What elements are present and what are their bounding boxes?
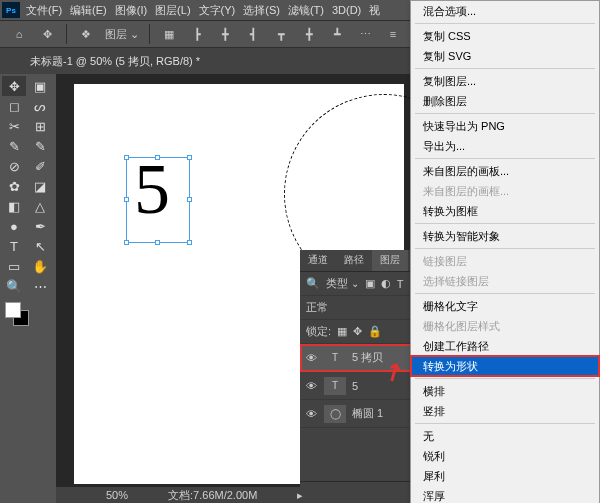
- visibility-icon[interactable]: 👁: [304, 408, 318, 420]
- fg-color-icon[interactable]: [5, 302, 21, 318]
- align-left-icon[interactable]: ┣: [188, 25, 206, 43]
- home-icon[interactable]: ⌂: [10, 25, 28, 43]
- menu-view[interactable]: 视: [369, 3, 380, 18]
- search-icon[interactable]: 🔍: [306, 277, 320, 290]
- options-layer-dropdown[interactable]: 图层 ⌄: [105, 27, 139, 42]
- zoom-tool-icon[interactable]: 🔍: [2, 276, 26, 296]
- align-top-icon[interactable]: ┳: [272, 25, 290, 43]
- filter-pixel-icon[interactable]: ▣: [365, 277, 375, 290]
- lock-label: 锁定:: [306, 324, 331, 339]
- crop-tool-icon[interactable]: ✂: [2, 116, 26, 136]
- lock-pixels-icon[interactable]: ▦: [337, 325, 347, 338]
- menu-file[interactable]: 文件(F): [26, 3, 62, 18]
- context-menu-item[interactable]: 栅格化文字: [411, 296, 599, 316]
- app-logo-icon: Ps: [2, 2, 20, 18]
- tab-layers[interactable]: 图层: [372, 250, 408, 271]
- menu-edit[interactable]: 编辑(E): [70, 3, 107, 18]
- pen-tool-icon[interactable]: ✒: [28, 216, 52, 236]
- brush-tool-icon[interactable]: ✎: [28, 136, 52, 156]
- menu-select[interactable]: 选择(S): [243, 3, 280, 18]
- context-menu-item[interactable]: 导出为...: [411, 136, 599, 156]
- color-swatch[interactable]: [5, 302, 29, 326]
- context-menu-item[interactable]: 快速导出为 PNG: [411, 116, 599, 136]
- menu-type[interactable]: 文字(Y): [199, 3, 236, 18]
- filter-type-icon[interactable]: T: [397, 278, 404, 290]
- brush2-tool-icon[interactable]: ✐: [28, 156, 52, 176]
- toolbox-col1: ✥ ◻ ✂ ✎ ⊘ ✿ ◧ ● T ▭ 🔍: [0, 74, 28, 487]
- lock-position-icon[interactable]: ✥: [353, 325, 362, 338]
- healing-tool-icon[interactable]: ⊘: [2, 156, 26, 176]
- context-menu-item[interactable]: 复制图层...: [411, 71, 599, 91]
- eyedropper-tool-icon[interactable]: ✎: [2, 136, 26, 156]
- dist-icon[interactable]: ≡: [384, 25, 402, 43]
- layer-name[interactable]: 5 拷贝: [352, 350, 383, 365]
- visibility-icon[interactable]: 👁: [304, 352, 318, 364]
- layer-thumb-type-icon: T: [324, 377, 346, 395]
- context-menu-item[interactable]: 复制 SVG: [411, 46, 599, 66]
- path-tool-icon[interactable]: ↖: [28, 236, 52, 256]
- clone-tool-icon[interactable]: ✿: [2, 176, 26, 196]
- context-menu-item[interactable]: 横排: [411, 381, 599, 401]
- marquee-tool-icon[interactable]: ◻: [2, 96, 26, 116]
- layer-thumb-shape-icon: ◯: [324, 405, 346, 423]
- tab-paths[interactable]: 路径: [336, 250, 372, 271]
- context-menu-item[interactable]: 无: [411, 426, 599, 446]
- move-tool-icon[interactable]: ✥: [2, 76, 26, 96]
- context-menu-item[interactable]: 转换为形状: [411, 356, 599, 376]
- more-icon[interactable]: ⋯: [356, 25, 374, 43]
- layer-filter-dropdown[interactable]: 类型 ⌄: [326, 276, 359, 291]
- dodge-tool-icon[interactable]: ●: [2, 216, 26, 236]
- context-menu-item[interactable]: 删除图层: [411, 91, 599, 111]
- type-tool-icon[interactable]: T: [2, 236, 26, 256]
- layer-name[interactable]: 椭圆 1: [352, 406, 383, 421]
- menu-layer[interactable]: 图层(L): [155, 3, 190, 18]
- zoom-level[interactable]: 50%: [106, 489, 128, 501]
- gradient-tool-icon[interactable]: ◧: [2, 196, 26, 216]
- context-menu-item[interactable]: 混合选项...: [411, 1, 599, 21]
- doc-size: 文档:7.66M/2.00M: [168, 488, 257, 503]
- menu-image[interactable]: 图像(I): [115, 3, 147, 18]
- text-layer-content: 5: [134, 153, 170, 225]
- grid-icon[interactable]: ▦: [160, 25, 178, 43]
- layer-context-menu: 混合选项...复制 CSS复制 SVG复制图层...删除图层快速导出为 PNG导…: [410, 0, 600, 503]
- tab-channels[interactable]: 通道: [300, 250, 336, 271]
- filter-adjust-icon[interactable]: ◐: [381, 277, 391, 290]
- toolbox-col2: ▣ ᔕ ⊞ ✎ ✐ ◪ △ ✒ ↖ ✋ ⋯: [28, 74, 56, 487]
- context-menu-item[interactable]: 转换为图框: [411, 201, 599, 221]
- lasso-tool-icon[interactable]: ᔕ: [28, 96, 52, 116]
- context-menu-item[interactable]: 竖排: [411, 401, 599, 421]
- eraser-tool-icon[interactable]: ◪: [28, 176, 52, 196]
- status-chevron-icon[interactable]: ▸: [297, 489, 303, 502]
- visibility-icon[interactable]: 👁: [304, 380, 318, 392]
- edit-toolbar-icon[interactable]: ⋯: [28, 276, 52, 296]
- menu-3d[interactable]: 3D(D): [332, 4, 361, 16]
- layers-icon[interactable]: ❖: [77, 25, 95, 43]
- artboard-tool-icon[interactable]: ▣: [28, 76, 52, 96]
- context-menu-item[interactable]: 复制 CSS: [411, 26, 599, 46]
- layer-thumb-type-icon: T: [324, 349, 346, 367]
- context-menu-item[interactable]: 来自图层的画板...: [411, 161, 599, 181]
- context-menu-item[interactable]: 创建工作路径: [411, 336, 599, 356]
- context-menu-item: 链接图层: [411, 251, 599, 271]
- align-right-icon[interactable]: ┫: [244, 25, 262, 43]
- move-tool-icon[interactable]: ✥: [38, 25, 56, 43]
- context-menu-item[interactable]: 犀利: [411, 466, 599, 486]
- align-bottom-icon[interactable]: ┻: [328, 25, 346, 43]
- layer-name[interactable]: 5: [352, 380, 358, 392]
- context-menu-item[interactable]: 锐利: [411, 446, 599, 466]
- lock-all-icon[interactable]: 🔒: [368, 325, 382, 338]
- frame-tool-icon[interactable]: ⊞: [28, 116, 52, 136]
- align-vcenter-icon[interactable]: ╋: [300, 25, 318, 43]
- blur-tool-icon[interactable]: △: [28, 196, 52, 216]
- context-menu-item: 来自图层的画框...: [411, 181, 599, 201]
- text-layer-5[interactable]: 5: [128, 159, 188, 241]
- context-menu-item[interactable]: 转换为智能对象: [411, 226, 599, 246]
- rectangle-tool-icon[interactable]: ▭: [2, 256, 26, 276]
- menu-filter[interactable]: 滤镜(T): [288, 3, 324, 18]
- document-tab[interactable]: 未标题-1 @ 50% (5 拷贝, RGB/8) *: [30, 54, 200, 69]
- hand-tool-icon[interactable]: ✋: [28, 256, 52, 276]
- context-menu-item[interactable]: 浑厚: [411, 486, 599, 503]
- blend-mode-dropdown[interactable]: 正常: [306, 300, 328, 315]
- align-hcenter-icon[interactable]: ╋: [216, 25, 234, 43]
- context-menu-item: 选择链接图层: [411, 271, 599, 291]
